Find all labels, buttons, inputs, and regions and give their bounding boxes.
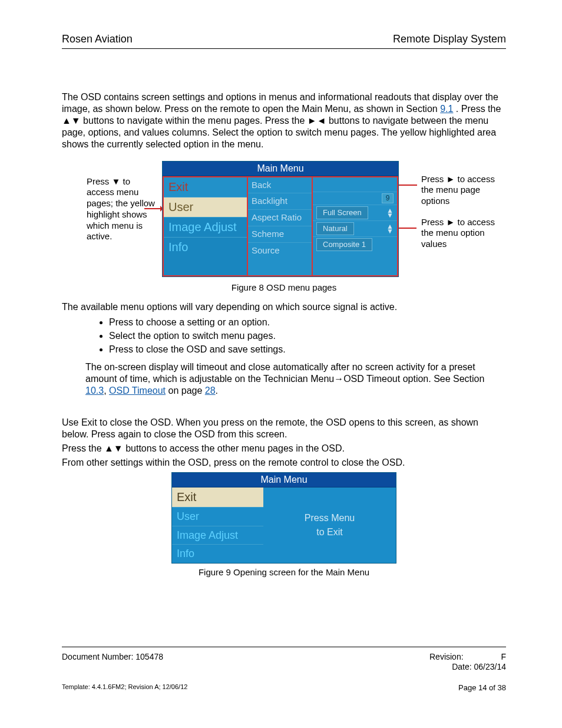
osd1-page-image-adjust[interactable]: Image Adjust: [164, 218, 247, 238]
header-right: Remote Display System: [393, 32, 506, 46]
osd2-page-user[interactable]: User: [172, 508, 263, 526]
osd1-page-info[interactable]: Info: [164, 238, 247, 257]
osd1-page-column: Exit User Image Adjust Info: [163, 176, 248, 276]
template-line: Template: 4.4.1.6FM2; Revision A; 12/06/…: [62, 683, 187, 693]
spin-icon[interactable]: ▲▼: [386, 208, 394, 218]
figure-9-caption: Figure 9 Opening screen for the Main Men…: [62, 567, 506, 578]
intro-paragraph: The OSD contains screen settings and opt…: [62, 91, 506, 150]
osd1-values-column: 9 Full Screen ▲▼ Natural ▲▼ Composite 1: [313, 176, 398, 276]
osd1-title: Main Menu: [163, 162, 398, 176]
osd1-val-scheme[interactable]: Natural ▲▼: [313, 221, 397, 237]
revision: Revision:F: [429, 652, 506, 663]
osd1-opt-aspect[interactable]: Aspect Ratio: [248, 210, 312, 226]
osd1-opt-source[interactable]: Source: [248, 243, 312, 259]
page-footer: Document Number: 105478 Revision:F Date:…: [62, 647, 506, 693]
available-options-line: The available menu options will vary dep…: [62, 301, 506, 313]
header-left: Rosen Aviation: [62, 32, 133, 46]
osd2-title: Main Menu: [172, 473, 396, 487]
osd1-opt-backlight[interactable]: Backlight: [248, 193, 312, 210]
osd1-page-user[interactable]: User: [164, 197, 247, 218]
link-section-9-1[interactable]: 9.1: [440, 104, 453, 114]
osd2-page-info[interactable]: Info: [172, 545, 263, 563]
osd1-opt-back[interactable]: Back: [248, 177, 312, 194]
osd1-opt-scheme[interactable]: Scheme: [248, 226, 312, 243]
osd-main-menu-1: Main Menu Exit User Image Adjust Info Ba…: [162, 161, 399, 277]
link-section-10-3[interactable]: 10.3: [85, 386, 104, 396]
page-number: Page 14 of 38: [458, 683, 506, 693]
exit-p3: From other settings within the OSD, pres…: [62, 457, 506, 469]
figure-8: Press ▼ to access menu pages; the yellow…: [62, 161, 504, 279]
doc-number: Document Number: 105478: [62, 652, 163, 663]
callout-right-2: Press ► to access the menu option values: [421, 217, 504, 250]
osd2-message: Press Menu to Exit: [263, 487, 396, 563]
exit-p2: Press the ▲▼ buttons to access the other…: [62, 443, 506, 454]
osd2-page-column: Exit User Image Adjust Info: [172, 487, 263, 563]
osd1-val-aspect[interactable]: Full Screen ▲▼: [313, 205, 397, 221]
osd2-page-exit[interactable]: Exit: [172, 487, 263, 508]
osd1-options-column: Back Backlight Aspect Ratio Scheme Sourc…: [248, 176, 313, 276]
timeout-note: The on-screen display will timeout and c…: [85, 361, 506, 397]
callout-right-1: Press ► to access the menu page options: [421, 174, 504, 207]
spin-icon[interactable]: ▲▼: [386, 224, 394, 233]
bullet-1: Press to choose a setting or an option.: [109, 317, 506, 328]
osd2-page-image-adjust[interactable]: Image Adjust: [172, 526, 263, 545]
bullet-2: Select the option to switch menu pages.: [109, 330, 506, 342]
bullet-3: Press to close the OSD and save settings…: [109, 344, 506, 355]
bullet-list: Press to choose a setting or an option. …: [109, 317, 506, 355]
doc-date: Date: 06/23/14: [452, 662, 506, 673]
osd1-val-backlight[interactable]: 9: [313, 192, 397, 205]
osd-main-menu-2: Main Menu Exit User Image Adjust Info Pr…: [171, 472, 396, 564]
osd1-val-source[interactable]: Composite 1: [313, 237, 397, 252]
callout-left: Press ▼ to access menu pages; the yellow…: [87, 176, 157, 243]
figure-8-caption: Figure 8 OSD menu pages: [62, 282, 506, 294]
page-header: Rosen Aviation Remote Display System: [62, 32, 506, 49]
link-osd-timeout[interactable]: OSD Timeout: [109, 386, 166, 396]
exit-p1: Use Exit to close the OSD. When you pres…: [62, 417, 506, 440]
link-page-28[interactable]: 28: [205, 386, 216, 396]
osd1-page-exit[interactable]: Exit: [164, 177, 247, 197]
